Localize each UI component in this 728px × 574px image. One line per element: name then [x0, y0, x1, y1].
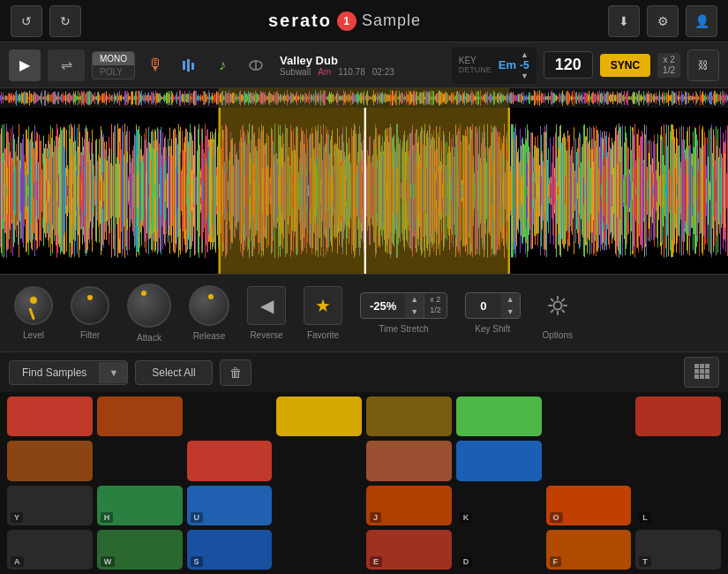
key-label: KEY: [459, 56, 492, 65]
play-button[interactable]: ▶: [9, 49, 41, 81]
pad-3-8[interactable]: L: [635, 486, 721, 525]
find-samples-label: Find Samples: [10, 361, 99, 384]
time-stretch-down[interactable]: ▼: [405, 306, 424, 318]
user-button[interactable]: 👤: [686, 5, 717, 37]
pad-key-w: W: [101, 556, 116, 567]
svg-rect-0: [183, 61, 185, 70]
pad-3-6[interactable]: K: [456, 486, 542, 525]
pad-3-3[interactable]: U: [187, 486, 273, 525]
pad-1-6[interactable]: [456, 397, 542, 436]
app-title: serato 1 Sample: [268, 11, 421, 31]
pad-key-s: S: [191, 556, 203, 567]
pad-4-5[interactable]: E: [366, 530, 452, 570]
svg-rect-13: [700, 374, 704, 379]
chain-button[interactable]: ⛓: [687, 49, 719, 81]
pad-2-1[interactable]: [7, 441, 93, 480]
pad-3-7[interactable]: O: [546, 486, 632, 525]
mono-option[interactable]: MONO: [93, 52, 134, 65]
filter-label: Filter: [80, 330, 100, 340]
level-knob[interactable]: [14, 286, 53, 325]
serato-wordmark: serato: [268, 11, 332, 31]
reverse-label: Reverse: [250, 330, 282, 340]
pad-2-2[interactable]: [97, 441, 183, 480]
filter-control: Filter: [71, 286, 109, 340]
guitar-tool-button[interactable]: ♪: [209, 49, 236, 81]
pad-2-7[interactable]: [546, 441, 632, 480]
pad-key-u: U: [191, 512, 204, 523]
key-down-arrow[interactable]: ▼: [521, 72, 529, 80]
pad-4-4[interactable]: [276, 530, 362, 570]
undo-button[interactable]: ↺: [11, 5, 42, 37]
pad-2-4[interactable]: [276, 441, 362, 480]
pad-1-5[interactable]: [366, 397, 452, 436]
pad-4-6[interactable]: D: [456, 530, 542, 570]
time-stretch-widget[interactable]: -25% ▲ ▼ x 2 1/2: [360, 292, 447, 319]
key-shift-up[interactable]: ▲: [501, 293, 520, 306]
key-shift-down[interactable]: ▼: [501, 306, 520, 318]
delete-button[interactable]: 🗑: [220, 359, 251, 386]
pad-4-8[interactable]: T: [635, 530, 721, 570]
eq-tool-button[interactable]: [176, 49, 202, 81]
track-duration: 02:23: [372, 67, 394, 77]
pad-3-4[interactable]: [276, 486, 362, 525]
bpm-display: 120: [544, 51, 593, 79]
pad-key-e: E: [370, 556, 382, 567]
svg-rect-12: [694, 374, 699, 379]
pad-2-6[interactable]: [456, 441, 542, 480]
pad-1-7[interactable]: [546, 397, 632, 436]
pad-4-2[interactable]: W: [97, 530, 183, 570]
pad-key-o: O: [550, 512, 563, 523]
drum-tool-button[interactable]: [243, 49, 269, 81]
select-all-button[interactable]: Select All: [135, 360, 212, 385]
grid-view-button[interactable]: [684, 357, 719, 388]
pad-3-5[interactable]: J: [366, 486, 452, 525]
reverse-button[interactable]: ◀: [247, 286, 286, 325]
attack-control: Attack: [127, 283, 171, 343]
pad-3-1[interactable]: Y: [7, 486, 93, 525]
find-samples-dropdown-arrow[interactable]: ▼: [99, 362, 127, 383]
artist-name: Subwall: [280, 67, 311, 77]
redo-button[interactable]: ↻: [49, 5, 81, 37]
poly-option[interactable]: POLY: [93, 65, 134, 79]
pad-1-1[interactable]: [7, 397, 93, 436]
mono-poly-toggle[interactable]: MONO POLY: [92, 51, 135, 79]
pad-2-3[interactable]: [187, 441, 273, 480]
pad-key-k: K: [460, 512, 473, 523]
sync-button[interactable]: SYNC: [600, 54, 650, 77]
pad-1-2[interactable]: [97, 397, 183, 436]
svg-rect-1: [187, 59, 190, 72]
fraction-button[interactable]: x 2 1/2: [657, 53, 680, 78]
options-control: Options: [538, 286, 577, 340]
waveform-overview[interactable]: [0, 88, 728, 108]
time-stretch-arrows[interactable]: ▲ ▼: [405, 293, 424, 318]
options-button[interactable]: [538, 286, 577, 325]
pad-1-8[interactable]: [635, 397, 721, 436]
pad-2-8[interactable]: [635, 441, 721, 480]
svg-rect-14: [705, 374, 709, 379]
detune-label: DETUNE: [459, 65, 492, 74]
release-knob[interactable]: [189, 285, 229, 326]
settings-button[interactable]: ⚙: [647, 5, 679, 37]
time-stretch-up[interactable]: ▲: [405, 293, 424, 306]
transport-bar: ▶ ⇌ MONO POLY 🎙 ♪ Valley Dub Subwall Am …: [0, 42, 728, 88]
key-shift-arrows[interactable]: ▲ ▼: [501, 293, 520, 318]
pad-1-3[interactable]: [187, 397, 273, 436]
attack-knob[interactable]: [127, 283, 171, 328]
download-button[interactable]: ⬇: [608, 5, 640, 37]
favorite-button[interactable]: ★: [304, 286, 342, 325]
mic-tool-button[interactable]: 🎙: [142, 49, 169, 81]
key-up-arrow[interactable]: ▲: [521, 50, 529, 59]
pad-4-1[interactable]: A: [7, 530, 93, 570]
pad-2-5[interactable]: [366, 441, 452, 480]
pad-4-3[interactable]: S: [187, 530, 273, 570]
key-shift-widget[interactable]: 0 ▲ ▼: [465, 292, 521, 319]
pad-3-2[interactable]: H: [97, 486, 183, 525]
find-samples-button[interactable]: Find Samples ▼: [9, 360, 128, 385]
pad-1-4[interactable]: [276, 397, 362, 436]
pad-grid: Y H U J K O L A W S E: [7, 397, 721, 570]
filter-knob[interactable]: [71, 286, 109, 325]
pad-4-7[interactable]: F: [546, 530, 632, 570]
svg-rect-10: [700, 369, 704, 374]
loop-button[interactable]: ⇌: [48, 49, 85, 81]
waveform-main[interactable]: [0, 108, 728, 274]
